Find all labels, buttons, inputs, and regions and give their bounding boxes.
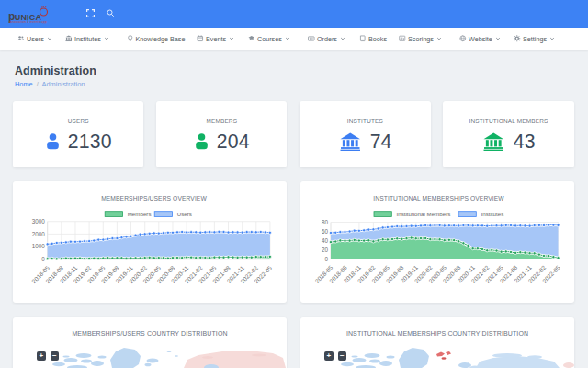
svg-text:Users: Users — [177, 211, 192, 217]
svg-text:MEMBERSHIPS/USERS OVERVIEW: MEMBERSHIPS/USERS OVERVIEW — [101, 195, 207, 201]
svg-text:1000: 1000 — [32, 243, 46, 249]
svg-text:60: 60 — [322, 228, 329, 235]
svg-text:40: 40 — [322, 237, 329, 244]
svg-text:Members: Members — [128, 211, 152, 217]
svg-text:Institutes: Institutes — [481, 211, 504, 217]
svg-text:80: 80 — [322, 219, 329, 225]
svg-text:0: 0 — [324, 256, 328, 262]
svg-text:Institutional Members: Institutional Members — [397, 211, 451, 217]
svg-text:3000: 3000 — [32, 218, 46, 224]
svg-text:0: 0 — [41, 256, 45, 262]
svg-text:INSTITUTIONAL MEMBERSHIPS OVER: INSTITUTIONAL MEMBERSHIPS OVERVIEW — [373, 195, 504, 201]
svg-text:2000: 2000 — [32, 231, 46, 237]
svg-text:association & events app: association & events app — [9, 20, 47, 24]
svg-text:20: 20 — [322, 247, 329, 253]
